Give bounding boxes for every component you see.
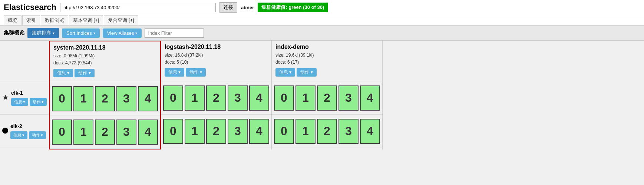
shard-box-0-1-2[interactable]: 2	[95, 120, 115, 145]
index-action-btn-2[interactable]: 动作 ▾	[297, 68, 316, 77]
shard-box-0-1-3[interactable]: 3	[116, 120, 136, 145]
node-info-elk1: elk-1 信息 ▾ 动作 ▾	[11, 90, 47, 106]
action-label-elk1: 动作	[33, 99, 41, 105]
shard-box-1-1-2[interactable]: 2	[206, 119, 226, 144]
shard-box-2-0-2[interactable]: 2	[317, 85, 337, 111]
node-btns-elk2: 信息 ▾ 动作 ▾	[10, 131, 46, 139]
chevron-down-icon-2: ▾	[93, 31, 95, 35]
index-meta-2: size: 19.6ki (39.1ki)docs: 6 (17)	[275, 52, 379, 66]
node-action-btn-elk1[interactable]: 动作 ▾	[30, 98, 47, 106]
shard-box-1-0-2[interactable]: 2	[206, 85, 226, 111]
arrow-icon-info-elk2: ▾	[22, 133, 24, 138]
shard-box-0-1-0[interactable]: 0	[52, 120, 72, 145]
shard-box-0-0-2[interactable]: 2	[95, 86, 115, 111]
index-info-btn-2[interactable]: 信息 ▾	[275, 68, 295, 77]
circle-icon	[2, 128, 8, 134]
node-info-btn-elk1[interactable]: 信息 ▾	[11, 98, 28, 106]
sort-indices-button[interactable]: Sort Indices ▾	[62, 28, 100, 38]
tab-complex-query[interactable]: 复合查询 [+]	[104, 15, 138, 25]
shard-box-2-0-1[interactable]: 1	[295, 85, 316, 111]
shard-box-2-0-4[interactable]: 4	[360, 85, 380, 111]
node-btns-elk1: 信息 ▾ 动作 ▾	[11, 98, 47, 106]
index-btns-2: 信息 ▾动作 ▾	[275, 68, 379, 77]
node-row-elk2: elk-2 信息 ▾ 动作 ▾	[0, 115, 49, 148]
shard-box-1-0-4[interactable]: 4	[249, 85, 269, 111]
node-name-elk1: elk-1	[11, 90, 47, 96]
view-aliases-button[interactable]: View Aliases ▾	[103, 28, 142, 38]
shard-box-1-0-1[interactable]: 1	[185, 85, 205, 111]
index-btns-0: 信息 ▾动作 ▾	[53, 69, 156, 77]
index-name-1: logstash-2020.11.18	[165, 44, 268, 50]
index-btns-1: 信息 ▾动作 ▾	[165, 68, 268, 77]
nav-tabs: 概览 索引 数据浏览 基本查询 [+] 复合查询 [+]	[0, 15, 644, 26]
shard-box-2-0-0[interactable]: 0	[274, 85, 294, 111]
shard-row-1-1: 01234	[161, 115, 271, 148]
tab-overview[interactable]: 概览	[4, 15, 22, 25]
arrow-icon-action-elk1: ▾	[42, 100, 44, 104]
index-action-btn-0[interactable]: 动作 ▾	[75, 69, 94, 77]
shard-box-0-0-0[interactable]: 0	[52, 86, 72, 111]
shard-box-1-1-4[interactable]: 4	[249, 119, 269, 144]
tab-basic-query[interactable]: 基本查询 [+]	[69, 15, 103, 25]
index-meta-0: size: 0.98Mi (1.99Mi)docs: 4,772 (9,544)	[53, 53, 156, 67]
node-action-btn-elk2[interactable]: 动作 ▾	[29, 131, 46, 139]
node-info-elk2: elk-2 信息 ▾ 动作 ▾	[10, 123, 46, 139]
index-header-0: system-2020.11.18size: 0.98Mi (1.99Mi)do…	[50, 41, 160, 82]
shard-box-1-1-3[interactable]: 3	[228, 119, 248, 144]
shard-box-2-1-4[interactable]: 4	[360, 119, 380, 144]
node-name-elk2: elk-2	[10, 123, 46, 129]
node-info-btn-elk2[interactable]: 信息 ▾	[10, 131, 27, 139]
shard-box-0-1-1[interactable]: 1	[73, 120, 93, 145]
shard-row-0-1: 01234	[50, 115, 160, 149]
shard-box-0-0-4[interactable]: 4	[138, 86, 158, 111]
shard-box-1-0-3[interactable]: 3	[228, 85, 248, 111]
star-icon: ★	[2, 93, 9, 102]
cluster-sort-button[interactable]: 集群排序 ▾	[27, 28, 59, 38]
shard-row-2-1: 01234	[272, 115, 382, 148]
index-header-1: logstash-2020.11.18size: 16.8ki (37.2ki)…	[161, 41, 271, 81]
shard-box-2-1-3[interactable]: 3	[338, 119, 359, 144]
indices-area: system-2020.11.18size: 0.98Mi (1.99Mi)do…	[49, 41, 644, 149]
index-action-btn-1[interactable]: 动作 ▾	[186, 68, 205, 77]
username: abner	[241, 5, 254, 10]
sort-indices-label: Sort Indices	[66, 30, 92, 36]
shard-box-2-0-3[interactable]: 3	[338, 85, 359, 111]
tab-index[interactable]: 索引	[22, 15, 40, 25]
node-header-spacer	[0, 41, 49, 81]
app-title: Elasticsearch	[4, 3, 56, 12]
main-content: ★ elk-1 信息 ▾ 动作 ▾ elk-2	[0, 41, 644, 149]
info-label-elk2: 信息	[13, 132, 22, 138]
index-filter-input[interactable]	[145, 28, 204, 38]
toolbar: 集群概览 集群排序 ▾ Sort Indices ▾ View Aliases …	[0, 26, 644, 41]
index-name-0: system-2020.11.18	[53, 44, 156, 51]
shard-box-2-1-0[interactable]: 0	[274, 119, 294, 144]
shard-box-1-1-0[interactable]: 0	[163, 119, 183, 144]
index-section-0: system-2020.11.18size: 0.98Mi (1.99Mi)do…	[49, 41, 161, 149]
index-info-btn-0[interactable]: 信息 ▾	[53, 69, 73, 77]
index-info-btn-1[interactable]: 信息 ▾	[165, 68, 184, 77]
header: Elasticsearch 连接 abner 集群健康值: green (30 …	[0, 0, 644, 15]
tab-data-browser[interactable]: 数据浏览	[41, 15, 68, 25]
shard-row-0-0: 01234	[50, 82, 160, 115]
shard-box-0-1-4[interactable]: 4	[138, 120, 158, 145]
index-section-1: logstash-2020.11.18size: 16.8ki (37.2ki)…	[161, 41, 272, 149]
shard-row-1-0: 01234	[161, 81, 271, 115]
shard-box-2-1-1[interactable]: 1	[295, 119, 316, 144]
chevron-down-icon: ▾	[53, 31, 55, 35]
shard-row-2-0: 01234	[272, 81, 382, 115]
shard-box-1-0-0[interactable]: 0	[163, 85, 183, 111]
shard-box-2-1-2[interactable]: 2	[317, 119, 337, 144]
view-aliases-label: View Aliases	[107, 30, 134, 36]
shard-box-0-0-1[interactable]: 1	[73, 86, 93, 111]
url-input[interactable]	[60, 3, 216, 12]
index-name-2: index-demo	[275, 44, 379, 50]
shard-box-0-0-3[interactable]: 3	[116, 86, 136, 111]
shard-box-1-1-1[interactable]: 1	[185, 119, 205, 144]
index-header-2: index-demosize: 19.6ki (39.1ki)docs: 6 (…	[272, 41, 382, 81]
info-label-elk1: 信息	[14, 99, 22, 105]
connect-button[interactable]: 连接	[219, 2, 237, 13]
index-meta-1: size: 16.8ki (37.2ki)docs: 5 (10)	[165, 52, 268, 66]
arrow-icon-action-elk2: ▾	[41, 133, 43, 138]
cluster-sort-label: 集群排序	[32, 30, 51, 36]
node-panel: ★ elk-1 信息 ▾ 动作 ▾ elk-2	[0, 41, 49, 149]
